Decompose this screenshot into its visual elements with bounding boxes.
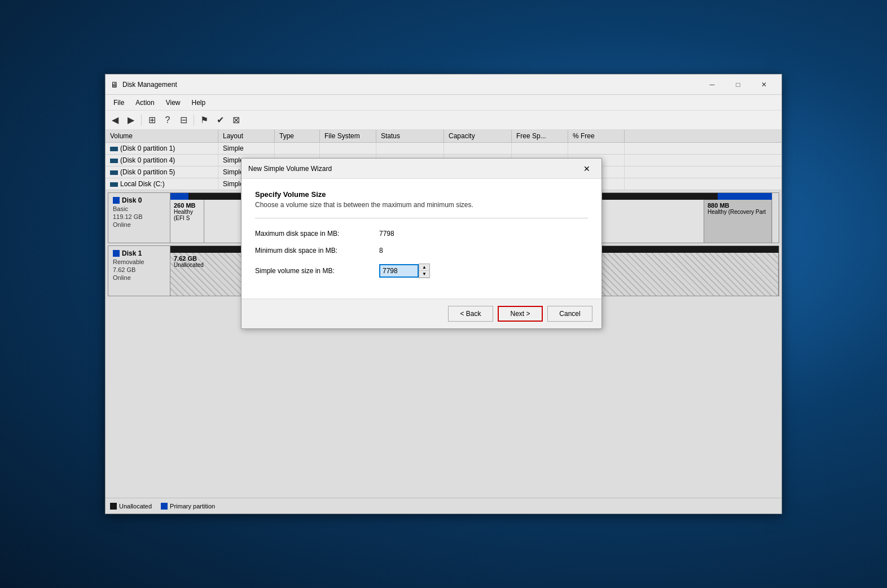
help-icon[interactable]: ? (160, 113, 175, 128)
dialog-overlay: New Simple Volume Wizard ✕ Specify Volum… (106, 130, 781, 514)
dialog-footer: < Back Next > Cancel (241, 299, 601, 328)
flag-icon[interactable]: ⚑ (197, 113, 212, 128)
dialog-body: Specify Volume Size Choose a volume size… (241, 179, 601, 299)
menu-view[interactable]: View (160, 98, 186, 108)
menu-action[interactable]: Action (130, 98, 160, 108)
dialog-divider (255, 218, 588, 218)
properties-icon[interactable]: ⊟ (176, 113, 191, 128)
menu-bar: File Action View Help (106, 95, 781, 111)
volume-size-input[interactable] (379, 264, 419, 278)
spinner-up-button[interactable]: ▲ (419, 264, 429, 271)
field-label-size: Simple volume size in MB: (255, 267, 379, 275)
toolbar: ◀ ▶ ⊞ ? ⊟ ⚑ ✔ ⊠ (106, 111, 781, 130)
cancel-button[interactable]: Cancel (547, 306, 592, 322)
title-bar: 🖥 Disk Management ─ □ ✕ (106, 74, 781, 95)
check-icon[interactable]: ✔ (213, 113, 227, 128)
window-title: Disk Management (122, 81, 699, 89)
disk-management-icon[interactable]: ⊞ (144, 113, 159, 128)
field-label-min: Minimum disk space in MB: (255, 247, 379, 254)
minimize-button[interactable]: ─ (699, 76, 725, 94)
rescan-icon[interactable]: ⊠ (229, 113, 243, 128)
dialog-section-desc: Choose a volume size that is between the… (255, 201, 588, 209)
field-row-max: Maximum disk space in MB: 7798 (255, 230, 588, 238)
field-label-max: Maximum disk space in MB: (255, 230, 379, 238)
field-value-min: 8 (379, 247, 383, 254)
forward-button[interactable]: ▶ (124, 113, 138, 128)
spinner-down-button[interactable]: ▼ (419, 271, 429, 278)
main-window: 🖥 Disk Management ─ □ ✕ File Action View… (105, 74, 782, 514)
back-button[interactable]: ◀ (108, 113, 122, 128)
content-area: Volume Layout Type File System Status Ca… (106, 130, 781, 514)
dialog-section-title: Specify Volume Size (255, 190, 588, 199)
new-simple-volume-wizard: New Simple Volume Wizard ✕ Specify Volum… (241, 158, 602, 329)
menu-help[interactable]: Help (186, 98, 212, 108)
spinner-buttons: ▲ ▼ (419, 264, 430, 278)
field-row-min: Minimum disk space in MB: 8 (255, 247, 588, 254)
maximize-button[interactable]: □ (725, 76, 751, 94)
toolbar-separator-2 (194, 115, 194, 126)
app-icon: 🖥 (110, 80, 119, 89)
menu-file[interactable]: File (108, 98, 130, 108)
toolbar-separator-1 (141, 115, 142, 126)
field-value-max: 7798 (379, 230, 394, 238)
back-button[interactable]: < Back (448, 306, 493, 322)
window-controls: ─ □ ✕ (699, 76, 777, 94)
close-button[interactable]: ✕ (751, 76, 777, 94)
dialog-title: New Simple Volume Wizard (248, 165, 579, 173)
dialog-close-button[interactable]: ✕ (579, 162, 595, 175)
volume-size-spinner: ▲ ▼ (379, 264, 430, 278)
dialog-title-bar: New Simple Volume Wizard ✕ (241, 159, 601, 179)
field-row-size: Simple volume size in MB: ▲ ▼ (255, 264, 588, 278)
next-button[interactable]: Next > (498, 306, 543, 322)
